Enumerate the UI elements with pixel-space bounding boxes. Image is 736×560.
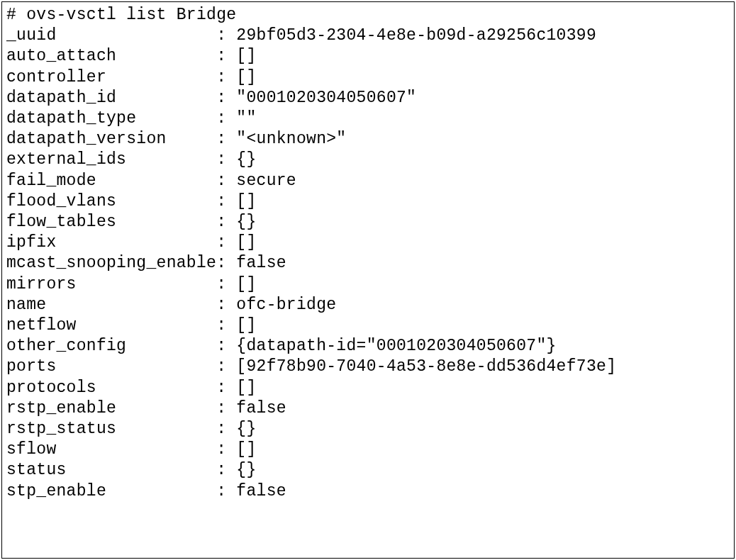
output-row: ipfix : [] [6, 233, 730, 253]
output-row: status : {} [6, 460, 730, 481]
output-row: mirrors : [] [6, 274, 730, 295]
output-row: netflow : [] [6, 315, 730, 336]
output-row: mcast_snooping_enable: false [6, 253, 730, 274]
command-line: # ovs-vsctl list Bridge [6, 5, 730, 26]
output-row: datapath_type : "" [6, 108, 730, 129]
output-row: flow_tables : {} [6, 212, 730, 233]
output-row: datapath_version : "<unknown>" [6, 129, 730, 150]
output-row: auto_attach : [] [6, 46, 730, 67]
output-row: _uuid : 29bf05d3-2304-4e8e-b09d-a29256c1… [6, 26, 730, 46]
output-row: datapath_id : "0001020304050607" [6, 88, 730, 108]
output-row: sflow : [] [6, 439, 730, 460]
output-row: protocols : [] [6, 378, 730, 398]
output-row: rstp_status : {} [6, 419, 730, 439]
output-row: name : ofc-bridge [6, 295, 730, 315]
output-row: controller : [] [6, 67, 730, 88]
output-row: stp_enable : false [6, 481, 730, 502]
output-row: flood_vlans : [] [6, 191, 730, 212]
output-row: ports : [92f78b90-7040-4a53-8e8e-dd536d4… [6, 357, 730, 377]
output-row: fail_mode : secure [6, 171, 730, 191]
output-row: external_ids : {} [6, 150, 730, 170]
output-row: rstp_enable : false [6, 398, 730, 419]
terminal-output: # ovs-vsctl list Bridge _uuid : 29bf05d3… [1, 1, 735, 559]
output-row: other_config : {datapath-id="00010203040… [6, 336, 730, 357]
output-rows: _uuid : 29bf05d3-2304-4e8e-b09d-a29256c1… [6, 26, 730, 502]
